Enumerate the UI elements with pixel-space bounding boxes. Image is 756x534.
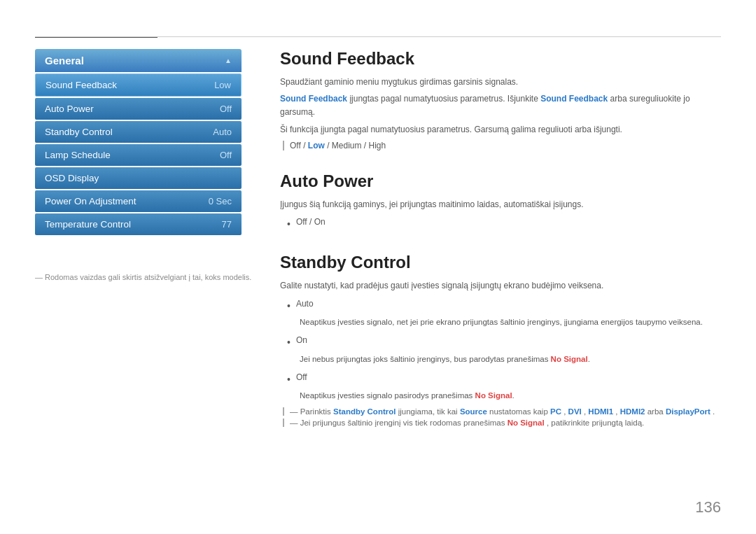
bullet-dot-auto: • — [287, 298, 290, 314]
sidebar-item-value: Low — [214, 80, 231, 90]
opt-low: Low — [308, 141, 325, 150]
sidebar-item-value: Off — [220, 104, 232, 114]
desc-auto: Neaptikus įvesties signalo, net jei prie… — [300, 316, 721, 328]
note-hdmi2: HDMI2 — [620, 407, 645, 416]
sound-feedback-title: Sound Feedback — [280, 49, 721, 69]
standby-note1: — Parinktis Standby Control įjungiama, t… — [283, 407, 721, 416]
bullet-dot-off: • — [287, 372, 290, 387]
sidebar: General ▲ Sound Feedback Low Auto Power … — [35, 49, 241, 235]
label-on: On — [296, 334, 307, 347]
sound-feedback-bold1: Sound Feedback — [280, 94, 347, 104]
arrow-up-icon: ▲ — [225, 57, 232, 64]
opt-on-label: On — [314, 217, 326, 227]
sidebar-title-label: General — [45, 55, 84, 66]
main-content: Sound Feedback Spaudžiant gaminio meniu … — [280, 49, 721, 448]
sidebar-item-label: Temperature Control — [45, 219, 131, 230]
bullet-off: • Off Neaptikus įvesties signalo pasirod… — [287, 371, 721, 402]
bullet-dot-on: • — [287, 335, 290, 350]
auto-power-title: Auto Power — [280, 171, 721, 191]
desc-on: Jei nebus prijungtas joks šaltinio įreng… — [300, 353, 721, 365]
sidebar-item-standby-control[interactable]: Standby Control Auto — [35, 121, 241, 143]
sound-feedback-bold2: Sound Feedback — [540, 94, 608, 104]
sidebar-item-label: OSD Display — [45, 173, 99, 183]
note-dp: DisplayPort — [666, 407, 710, 416]
opt-medium: Medium — [332, 141, 362, 150]
standby-control-section: Standby Control Galite nustatyti, kad pr… — [280, 253, 721, 427]
standby-control-bullets: • Auto Neaptikus įvesties signalo, net j… — [287, 297, 721, 402]
top-divider-right — [280, 36, 721, 37]
sidebar-item-label: Power On Adjustment — [45, 196, 136, 206]
auto-power-bullets: • Off / On — [287, 216, 721, 232]
auto-power-option: • Off / On — [287, 216, 721, 232]
note-source-bold: Source — [460, 407, 487, 416]
sound-feedback-options: Off / Low / Medium / High — [283, 141, 721, 150]
sidebar-item-label: Standby Control — [45, 127, 113, 137]
sidebar-item-value: Auto — [213, 127, 232, 137]
sidebar-item-temp-control[interactable]: Temperature Control 77 — [35, 213, 241, 235]
note-standby-bold: Standby Control — [333, 407, 396, 416]
sidebar-item-power-on-adj[interactable]: Power On Adjustment 0 Sec — [35, 190, 241, 212]
sidebar-item-osd-display[interactable]: OSD Display — [35, 167, 241, 189]
bullet-auto: • Auto Neaptikus įvesties signalo, net j… — [287, 297, 721, 329]
page-number: 136 — [695, 498, 721, 517]
note-hdmi1: HDMI1 — [588, 407, 613, 416]
sidebar-note: — Rodomas vaizdas gali skirtis atsižvelg… — [35, 273, 251, 281]
note-pc: PC — [550, 407, 561, 416]
opt-off-label: Off — [296, 217, 307, 227]
sidebar-item-label: Lamp Schedule — [45, 150, 111, 160]
sidebar-item-value: 0 Sec — [209, 196, 232, 206]
note-dvi: DVI — [568, 407, 582, 416]
sound-feedback-text1: Spaudžiant gaminio meniu mygtukus girdim… — [280, 76, 721, 89]
auto-power-text1: Įjungus šią funkciją gaminys, jei prijun… — [280, 198, 721, 211]
sound-feedback-mid: įjungtas pagal numatytuosius parametrus.… — [349, 94, 540, 104]
bullet-on: • On Jei nebus prijungtas joks šaltinio … — [287, 334, 721, 365]
sound-feedback-text2: Sound Feedback įjungtas pagal numatytuos… — [280, 92, 721, 119]
sidebar-item-auto-power[interactable]: Auto Power Off — [35, 98, 241, 120]
opt-off: Off — [290, 141, 301, 150]
sound-feedback-text3: Ši funkcija įjungta pagal numatytuosius … — [280, 123, 721, 136]
sound-feedback-section: Sound Feedback Spaudžiant gaminio meniu … — [280, 49, 721, 150]
sidebar-title: General ▲ — [35, 49, 241, 72]
auto-power-section: Auto Power Įjungus šią funkciją gaminys,… — [280, 171, 721, 232]
standby-control-text1: Galite nustatyti, kad pradėjus gauti įve… — [280, 279, 721, 293]
standby-control-title: Standby Control — [280, 253, 721, 272]
sidebar-item-label: Sound Feedback — [46, 80, 117, 90]
note-no-signal: No Signal — [507, 419, 545, 427]
sidebar-item-value: Off — [220, 150, 232, 160]
label-off: Off — [296, 371, 307, 384]
sidebar-item-value: 77 — [222, 219, 232, 230]
sidebar-item-lamp-schedule[interactable]: Lamp Schedule Off — [35, 144, 241, 166]
bullet-dot: • — [287, 216, 290, 232]
sidebar-item-label: Auto Power — [45, 104, 94, 114]
label-auto: Auto — [296, 297, 314, 311]
opt-high: High — [369, 141, 386, 150]
standby-note2: — Jei prijungus šaltinio įrenginį vis ti… — [283, 419, 721, 427]
sidebar-item-sound-feedback[interactable]: Sound Feedback Low — [35, 73, 241, 97]
desc-off: Neaptikus įvesties signalo pasirodys pra… — [300, 390, 721, 402]
